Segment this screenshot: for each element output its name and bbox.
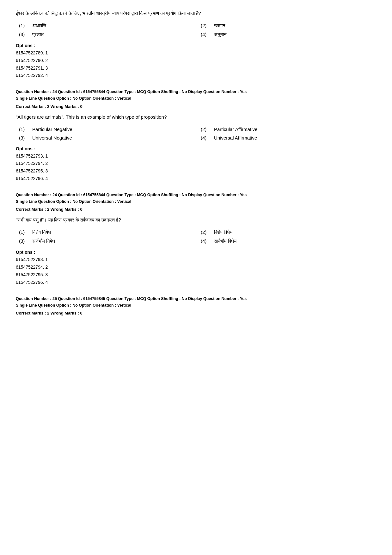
options-label: Options : xyxy=(16,250,376,255)
list-item: (4) अनुमान xyxy=(201,32,376,37)
q24-hi-block: Question Number : 24 Question Id : 61547… xyxy=(16,189,376,286)
option-text: Universal Negative xyxy=(32,135,72,140)
list-item: (2) उपमान xyxy=(201,23,376,28)
option-id: 61547522794. 2 xyxy=(16,264,376,271)
option-id: 61547522796. 4 xyxy=(16,175,376,183)
list-item: (4) सार्वभौम विधेय xyxy=(201,238,376,244)
option-id: 61547522789. 1 xyxy=(16,49,376,57)
option-number: (2) xyxy=(201,229,210,235)
list-item: (3) सार्वभौम निषेध xyxy=(19,238,194,244)
option-id: 61547522791. 3 xyxy=(16,65,376,72)
q24-en-block: Question Number : 24 Question Id : 61547… xyxy=(16,86,376,183)
q24-en-question-text: "All tigers are animals". This is an exa… xyxy=(16,113,376,121)
meta-line1: Question Number : 25 Question Id : 61547… xyxy=(16,296,376,302)
option-id: 61547522796. 4 xyxy=(16,279,376,286)
top-question-text: ईश्वर के अस्तित्व को सिद्ध करने के लिए, … xyxy=(16,9,376,17)
option-text: प्रत्यक्ष xyxy=(32,32,44,37)
q24-hi-meta: Question Number : 24 Question Id : 61547… xyxy=(16,189,376,205)
option-id: 61547522795. 3 xyxy=(16,271,376,279)
option-number: (4) xyxy=(201,238,210,244)
list-item: (2) Particular Affirmative xyxy=(201,127,376,132)
option-number: (4) xyxy=(201,32,210,37)
list-item: (1) अर्थापत्ति xyxy=(19,23,194,28)
options-label: Options : xyxy=(16,43,376,48)
option-number: (2) xyxy=(201,23,210,28)
option-text: अनुमान xyxy=(214,32,227,37)
q24-hi-options-ids-section: Options : 61547522793. 1 61547522794. 2 … xyxy=(16,250,376,286)
meta-line2: Single Line Question Option : No Option … xyxy=(16,95,376,102)
option-text: Particular Negative xyxy=(32,127,72,132)
option-id: 61547522794. 2 xyxy=(16,160,376,167)
meta-line1: Question Number : 24 Question Id : 61547… xyxy=(16,192,376,198)
q24-en-options-ids-section: Options : 61547522793. 1 61547522794. 2 … xyxy=(16,146,376,183)
correct-marks: Correct Marks : 2 Wrong Marks : 0 xyxy=(16,207,376,212)
q25-block: Question Number : 25 Question Id : 61547… xyxy=(16,293,376,316)
top-question-block: ईश्वर के अस्तित्व को सिद्ध करने के लिए, … xyxy=(16,9,376,79)
option-id: 61547522792. 4 xyxy=(16,72,376,79)
q24-en-options-grid: (1) Particular Negative (2) Particular A… xyxy=(16,127,376,140)
option-number: (1) xyxy=(19,127,28,132)
option-number: (3) xyxy=(19,238,28,244)
option-text: Particular Affirmative xyxy=(214,127,257,132)
option-id: 61547522795. 3 xyxy=(16,167,376,175)
option-id: 61547522790. 2 xyxy=(16,57,376,65)
option-number: (3) xyxy=(19,32,28,37)
option-text: सार्वभौम निषेध xyxy=(32,238,55,244)
option-number: (4) xyxy=(201,135,210,140)
meta-line2: Single Line Question Option : No Option … xyxy=(16,302,376,309)
option-number: (2) xyxy=(201,127,210,132)
list-item: (2) विशेष विधेय xyxy=(201,229,376,235)
q25-meta: Question Number : 25 Question Id : 61547… xyxy=(16,293,376,309)
option-text: Universal Affirmative xyxy=(214,135,257,140)
option-number: (1) xyxy=(19,23,28,28)
option-number: (3) xyxy=(19,135,28,140)
q24-hi-options-grid: (1) विशेष निषेध (2) विशेष विधेय (3) सार्… xyxy=(16,229,376,244)
option-id: 61547522793. 1 xyxy=(16,153,376,160)
meta-line1: Question Number : 24 Question Id : 61547… xyxy=(16,89,376,95)
q24-en-meta: Question Number : 24 Question Id : 61547… xyxy=(16,86,376,102)
top-options-ids-section: Options : 61547522789. 1 61547522790. 2 … xyxy=(16,43,376,79)
q24-hi-question-text: "सभी बाघ पशु हैं"। यह किस प्रकार के तर्क… xyxy=(16,216,376,224)
correct-marks: Correct Marks : 2 Wrong Marks : 0 xyxy=(16,104,376,109)
option-text: विशेष विधेय xyxy=(214,229,232,235)
option-id: 61547522793. 1 xyxy=(16,256,376,264)
list-item: (1) Particular Negative xyxy=(19,127,194,132)
list-item: (4) Universal Affirmative xyxy=(201,135,376,140)
list-item: (3) प्रत्यक्ष xyxy=(19,32,194,37)
list-item: (3) Universal Negative xyxy=(19,135,194,140)
option-text: सार्वभौम विधेय xyxy=(214,238,236,244)
option-text: अर्थापत्ति xyxy=(32,23,46,28)
option-number: (1) xyxy=(19,229,28,235)
top-options-grid: (1) अर्थापत्ति (2) उपमान (3) प्रत्यक्ष (… xyxy=(16,23,376,37)
options-label: Options : xyxy=(16,146,376,151)
option-text: विशेष निषेध xyxy=(32,229,51,235)
list-item: (1) विशेष निषेध xyxy=(19,229,194,235)
option-text: उपमान xyxy=(214,23,225,28)
correct-marks: Correct Marks : 2 Wrong Marks : 0 xyxy=(16,311,376,315)
meta-line2: Single Line Question Option : No Option … xyxy=(16,198,376,205)
